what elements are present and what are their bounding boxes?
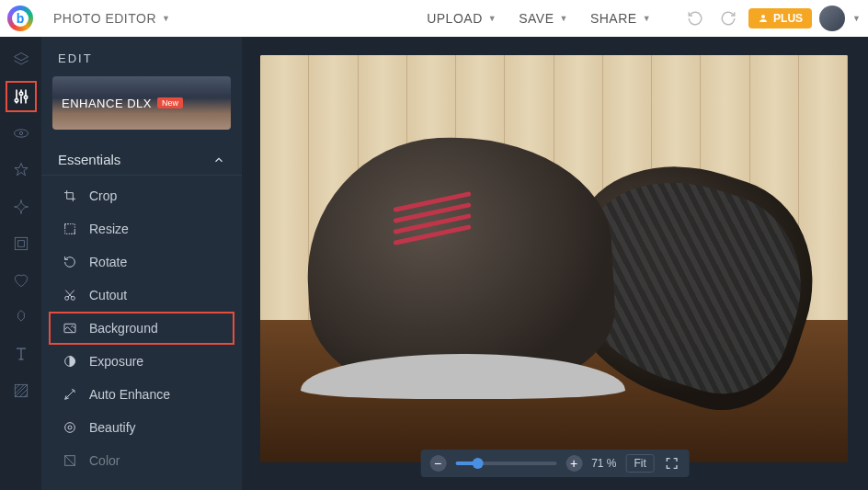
zoom-slider[interactable] [455, 462, 556, 465]
svg-point-4 [14, 130, 28, 137]
image-canvas[interactable] [260, 55, 848, 462]
essentials-section-header[interactable]: Essentials [41, 144, 242, 176]
tools-list: Crop Resize Rotate Cutout Background Exp… [41, 179, 242, 477]
tool-cutout[interactable]: Cutout [41, 279, 242, 312]
share-button[interactable]: SHARE▼ [581, 7, 660, 29]
tool-color[interactable]: Color [41, 444, 242, 477]
cutout-icon [62, 287, 78, 303]
zoom-toolbar: − + 71 % Fit [420, 450, 690, 477]
svg-point-14 [65, 423, 75, 433]
svg-rect-6 [15, 237, 27, 249]
caret-down-icon: ▼ [559, 14, 567, 23]
svg-rect-9 [65, 224, 75, 234]
caret-down-icon: ▼ [852, 14, 861, 23]
tool-background[interactable]: Background [41, 312, 242, 345]
shape-icon[interactable] [11, 307, 31, 327]
svg-rect-12 [64, 324, 75, 332]
text-icon[interactable] [11, 344, 31, 364]
app-logo[interactable]: b [7, 6, 33, 31]
tool-auto-enhance[interactable]: Auto Enhance [41, 378, 242, 411]
user-avatar[interactable] [819, 6, 845, 31]
new-badge: New [157, 97, 183, 108]
caret-down-icon: ▼ [643, 14, 651, 23]
main-layout: EDIT ENHANCE DLX New Essentials Crop Res… [0, 37, 868, 490]
crop-icon [62, 188, 78, 204]
zoom-percent: 71 % [591, 457, 616, 470]
auto-enhance-icon [62, 386, 78, 403]
redo-button[interactable] [715, 6, 741, 31]
zoom-in-button[interactable]: + [565, 455, 582, 472]
top-bar: b PHOTO EDITOR ▼ UPLOAD▼ SAVE▼ SHARE▼ PL… [0, 0, 868, 37]
fullscreen-button[interactable] [664, 455, 680, 472]
svg-point-0 [761, 15, 765, 18]
app-mode-label: PHOTO EDITOR [53, 11, 156, 26]
svg-rect-7 [17, 241, 24, 247]
svg-point-2 [19, 92, 22, 95]
svg-point-15 [68, 426, 72, 429]
sparkle-icon[interactable] [11, 197, 31, 217]
frame-icon[interactable] [11, 234, 31, 254]
layers-icon[interactable] [11, 50, 31, 70]
upload-button[interactable]: UPLOAD▼ [417, 7, 506, 29]
color-icon [62, 452, 78, 469]
resize-icon [62, 221, 78, 237]
zoom-out-button[interactable]: − [429, 455, 446, 472]
svg-point-1 [15, 99, 17, 102]
tool-rotate[interactable]: Rotate [41, 245, 242, 279]
eye-icon[interactable] [11, 123, 31, 143]
background-icon [62, 320, 78, 336]
plus-upgrade-button[interactable]: PLUS [748, 8, 812, 28]
texture-icon[interactable] [11, 381, 31, 401]
edit-sliders-icon[interactable] [11, 86, 31, 107]
svg-point-3 [24, 96, 27, 98]
rotate-icon [62, 254, 78, 270]
enhance-dlx-promo[interactable]: ENHANCE DLX New [52, 76, 231, 130]
tool-beautify[interactable]: Beautify [41, 411, 242, 444]
tool-exposure[interactable]: Exposure [41, 345, 242, 378]
svg-point-5 [19, 131, 22, 134]
edit-sidebar: EDIT ENHANCE DLX New Essentials Crop Res… [41, 37, 242, 490]
exposure-icon [62, 353, 78, 370]
sidebar-title: EDIT [41, 51, 242, 76]
chevron-up-icon [212, 154, 225, 166]
heart-icon[interactable] [11, 270, 31, 291]
caret-down-icon: ▼ [488, 14, 497, 23]
tool-rail [0, 37, 41, 490]
beautify-icon [62, 419, 78, 436]
undo-button[interactable] [682, 6, 708, 31]
caret-down-icon: ▼ [162, 14, 170, 23]
fit-button[interactable]: Fit [626, 454, 655, 473]
canvas-area: − + 71 % Fit [242, 37, 868, 490]
tool-crop[interactable]: Crop [41, 179, 242, 212]
star-icon[interactable] [11, 160, 31, 180]
save-button[interactable]: SAVE▼ [509, 7, 577, 29]
photo-editor-dropdown[interactable]: PHOTO EDITOR ▼ [44, 15, 179, 22]
tool-resize[interactable]: Resize [41, 212, 242, 245]
